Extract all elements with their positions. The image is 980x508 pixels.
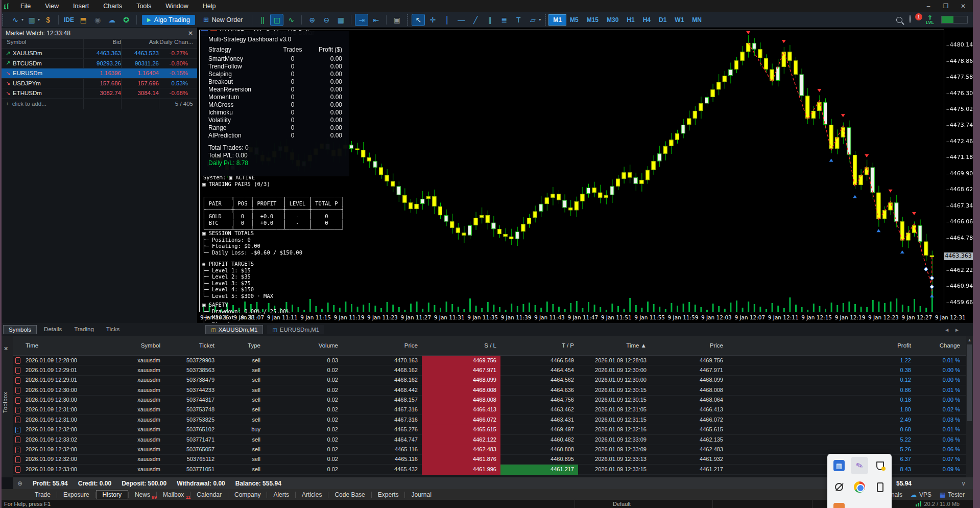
column-header-sl[interactable]: S / L [422, 342, 500, 349]
security-shield-icon[interactable] [871, 457, 889, 474]
scroll-right-icon[interactable]: ► [954, 327, 960, 333]
channel-icon[interactable]: ∥ [484, 14, 496, 26]
add-symbol-row[interactable]: + click to add... 5 / 405 [2, 99, 197, 108]
candlestick-icon[interactable]: ◫ [271, 14, 283, 26]
table-row[interactable]: ⋮2026.01.09 12:31:00xauusdm503753748sell… [13, 405, 973, 415]
tab-vps[interactable]: ☁VPS [911, 491, 931, 498]
minimize-button[interactable]: – [920, 3, 937, 10]
timeframe-m1[interactable]: M1 [549, 15, 566, 25]
close-button[interactable]: ✕ [954, 3, 972, 10]
phone-link-icon[interactable] [871, 478, 889, 496]
menu-window[interactable]: Window [158, 1, 195, 11]
text-tool-icon[interactable]: T [512, 14, 524, 26]
tab-history[interactable]: History [96, 490, 128, 499]
chart-tab-eurusdm-m1[interactable]: ◫EURUSDm,M1 [267, 325, 324, 334]
scroll-up-icon[interactable]: ▲ [966, 336, 973, 342]
community-icon[interactable]: ✪ [120, 14, 132, 26]
tab-alerts[interactable]: Alerts [267, 491, 295, 499]
tab-scroll-arrows[interactable]: ◄► [944, 327, 960, 333]
column-header-profit[interactable]: Profit [727, 342, 915, 349]
fibonacci-icon[interactable]: ≣ [498, 14, 510, 26]
cloud-icon[interactable]: ☁ [106, 14, 118, 26]
tab-articles[interactable]: Articles [296, 491, 328, 499]
tile-windows-icon[interactable]: ▦ [334, 14, 347, 26]
horizontal-line-icon[interactable]: ― [455, 14, 467, 26]
market-watch-row[interactable]: ↘ETHUSDm3082.743084.14-0.68% [2, 88, 197, 99]
table-row[interactable]: ⋮2026.01.09 12:32:00xauusdm503765057sell… [13, 445, 973, 455]
profile-selector[interactable]: Default [613, 501, 631, 507]
menu-view[interactable]: View [38, 1, 66, 11]
table-row[interactable]: ⋮2026.01.09 12:28:00xauusdm503729903sell… [13, 356, 973, 365]
market-watch-row[interactable]: ↘USDJPYm157.686157.6960.53% [2, 79, 197, 89]
line-chart-icon[interactable]: ∿ [285, 14, 297, 26]
tab-company[interactable]: Company [228, 491, 267, 499]
tab-exposure[interactable]: Exposure [57, 491, 95, 499]
vertical-line-icon[interactable]: ⎪ [441, 14, 453, 26]
chart-type-icon[interactable]: ∿ [9, 14, 21, 26]
tab-mailbox[interactable]: Mailbox11 [157, 491, 190, 499]
tab-trading[interactable]: Trading [69, 325, 99, 334]
expand-icon[interactable]: ⊕ [17, 480, 22, 487]
auto-scroll-icon[interactable]: ⇥ [355, 14, 368, 26]
menu-help[interactable]: Help [196, 1, 223, 11]
profiles-icon[interactable]: ▥ [26, 14, 38, 26]
timeframe-m30[interactable]: M30 [603, 15, 623, 25]
column-header-type[interactable]: Type [219, 342, 265, 349]
close-icon[interactable]: ✕ [4, 345, 8, 352]
market-bag-icon[interactable]: ⬒ [77, 14, 89, 26]
chart-shift-icon[interactable]: ⇤ [370, 14, 382, 26]
new-order-button[interactable]: ⊞ New Order [199, 14, 247, 25]
column-header-close_price[interactable]: Price [651, 342, 727, 349]
table-row[interactable]: ⋮2026.01.09 12:33:02xauusdm503771471sell… [13, 435, 973, 445]
column-header-price[interactable]: Price [342, 342, 422, 349]
table-row[interactable]: ⋮2026.01.09 12:30:00xauusdm503744317sell… [13, 396, 973, 405]
cursor-icon[interactable]: ↖ [412, 14, 424, 26]
market-watch-header[interactable]: Symbol Bid Ask Daily Chan... [2, 39, 197, 49]
table-row[interactable]: ⋮2026.01.09 12:29:01xauusdm503738479sell… [13, 376, 973, 385]
menu-file[interactable]: File [13, 1, 38, 11]
trendline-icon[interactable]: ╱ [469, 14, 482, 26]
tab-journal[interactable]: Journal [405, 491, 437, 499]
chart-tab-xauusdm-m1[interactable]: ◫XAUUSDm,M1 [205, 325, 263, 334]
scroll-left-icon[interactable]: ◄ [944, 327, 949, 333]
search-icon[interactable] [896, 17, 902, 23]
table-row[interactable]: ⋮2026.01.09 12:31:00xauusdm503753825sell… [13, 415, 973, 425]
chrome-browser-icon[interactable] [851, 478, 868, 496]
history-header[interactable]: TimeSymbolTicketTypeVolumePriceS / LT / … [13, 336, 973, 356]
chevron-down-icon[interactable]: ▾ [38, 17, 40, 22]
column-header-tp[interactable]: T / P [500, 342, 578, 349]
zoom-out-icon[interactable]: ⊖ [320, 14, 332, 26]
bar-chart-icon[interactable]: || [256, 14, 269, 26]
close-icon[interactable]: ✕ [188, 30, 193, 37]
tab-trade[interactable]: Trade [29, 491, 57, 499]
collapse-icon[interactable]: ∨ [961, 480, 966, 487]
broadcast-icon[interactable]: ◉ [91, 14, 104, 26]
menu-charts[interactable]: Charts [96, 1, 129, 11]
market-watch-row[interactable]: ↘EURUSDm1.163961.16404-0.15% [2, 68, 197, 79]
restore-button[interactable]: ❐ [937, 3, 954, 10]
timeframe-h1[interactable]: H1 [623, 15, 638, 25]
toolbar-grip[interactable] [2, 14, 6, 26]
connection-status[interactable]: 20.2 / 11.0 Mb [916, 501, 960, 507]
menu-tools[interactable]: Tools [129, 1, 158, 11]
market-watch-row[interactable]: ↗BTCUSDm90293.2690311.26-0.80% [2, 59, 197, 69]
price-axis[interactable]: 4480.1404478.8604477.5804476.3004475.020… [945, 28, 973, 313]
dollar-icon[interactable]: $ [42, 14, 54, 26]
column-header-ticket[interactable]: Ticket [164, 342, 219, 349]
tab-calendar[interactable]: Calendar [190, 491, 228, 499]
timeframe-m5[interactable]: M5 [566, 15, 583, 25]
tab-tester[interactable]: ▦Tester [940, 491, 965, 498]
algo-trading-button[interactable]: ▶ Algo Trading [142, 15, 195, 25]
screenshot-icon[interactable]: ▣ [391, 14, 403, 26]
account-avatar[interactable]: 1 [910, 15, 919, 25]
table-row[interactable]: ⋮2026.01.09 12:29:01xauusdm503738563sell… [13, 365, 973, 375]
column-header-close_time[interactable]: Time ▲ [578, 342, 651, 349]
column-header-change[interactable]: Change [915, 342, 964, 349]
menu-insert[interactable]: Insert [66, 1, 96, 11]
timeframe-m15[interactable]: M15 [583, 15, 603, 25]
metaeditor-quill-icon[interactable]: ✎ [851, 457, 868, 474]
market-watch-row[interactable]: ↗XAUUSDm4463.3634463.523-0.27% [2, 49, 197, 59]
level-icon[interactable]: ⇧LVL [926, 15, 934, 25]
history-scrollbar[interactable]: ▲ [966, 336, 973, 477]
timeframe-h4[interactable]: H4 [639, 15, 655, 25]
